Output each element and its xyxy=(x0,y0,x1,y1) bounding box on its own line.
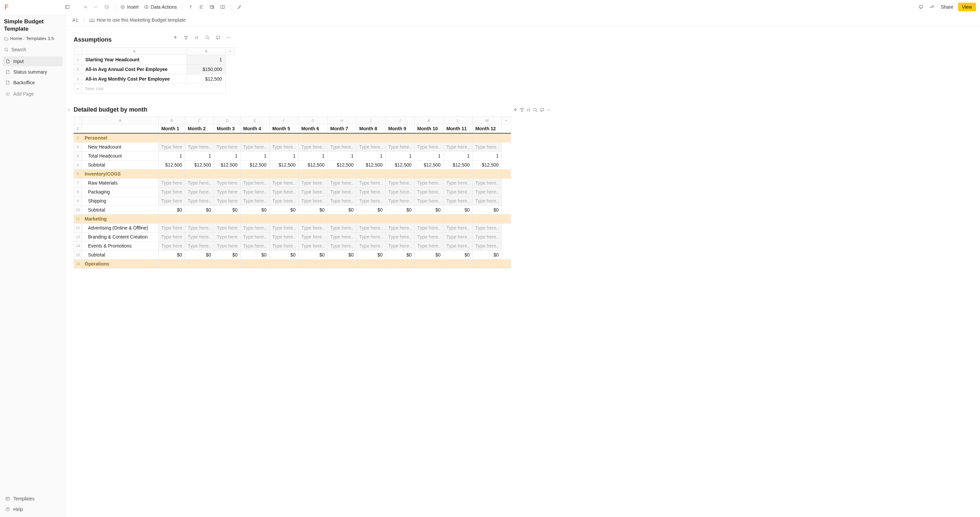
value-cell[interactable]: $12,500 xyxy=(269,160,298,170)
sparkle-icon[interactable] xyxy=(173,35,182,44)
value-cell[interactable]: 1 xyxy=(443,152,473,160)
sort-icon[interactable] xyxy=(527,108,531,112)
input-cell[interactable]: Type here.. xyxy=(356,233,385,241)
value-cell[interactable]: $0 xyxy=(385,206,414,214)
section-cell[interactable] xyxy=(214,170,240,179)
value-cell[interactable]: $0 xyxy=(240,251,269,260)
format-cell-icon[interactable] xyxy=(207,2,217,12)
trend-icon[interactable] xyxy=(927,2,936,12)
row-number[interactable]: 3 xyxy=(74,74,82,84)
input-cell[interactable]: Type here xyxy=(214,179,240,187)
section-cell[interactable] xyxy=(327,170,356,179)
filter-icon[interactable] xyxy=(520,108,524,112)
input-cell[interactable]: Type here xyxy=(214,187,240,197)
month-header[interactable]: Month 4 xyxy=(240,124,269,133)
month-header[interactable]: Month 1 xyxy=(159,124,185,133)
month-header[interactable]: Month 5 xyxy=(269,124,298,133)
value-cell[interactable]: $0 xyxy=(443,206,473,214)
value-cell[interactable]: $12,500 xyxy=(240,160,269,170)
layout-icon[interactable] xyxy=(218,2,228,12)
input-cell[interactable]: Type here xyxy=(159,179,185,187)
more-icon[interactable] xyxy=(226,35,235,44)
row-number[interactable]: 2 xyxy=(74,65,82,74)
value-cell[interactable]: $0 xyxy=(356,251,385,260)
footer-templates[interactable]: Templates xyxy=(3,494,63,504)
input-cell[interactable]: Type here.. xyxy=(298,179,327,187)
section-label[interactable]: Personnel xyxy=(82,133,159,143)
value-cell[interactable]: $0 xyxy=(356,206,385,214)
input-cell[interactable]: Type here.. xyxy=(327,187,356,197)
input-cell[interactable]: Type here xyxy=(159,187,185,197)
input-cell[interactable]: Type here xyxy=(214,241,240,251)
input-cell[interactable]: Type here.. xyxy=(327,197,356,206)
section-cell[interactable] xyxy=(356,260,385,268)
section-label[interactable]: Operations xyxy=(82,260,159,268)
section-cell[interactable] xyxy=(159,170,185,179)
input-cell[interactable]: Type here xyxy=(214,197,240,206)
col-header-h[interactable]: H xyxy=(327,117,356,124)
section-label[interactable]: Marketing xyxy=(82,214,159,224)
input-cell[interactable]: Type here.. xyxy=(385,197,414,206)
input-cell[interactable]: Type here.. xyxy=(385,143,414,152)
nav-item-input[interactable]: Input xyxy=(3,56,63,66)
row-number[interactable]: 13 xyxy=(74,233,82,241)
value-cell[interactable]: $12,500 xyxy=(473,160,501,170)
value-cell[interactable]: $0 xyxy=(185,251,214,260)
view-button[interactable]: View xyxy=(958,3,976,11)
value-cell[interactable]: $0 xyxy=(473,206,501,214)
value-cell[interactable]: $0 xyxy=(159,206,185,214)
section-cell[interactable] xyxy=(414,133,443,143)
input-cell[interactable]: Type here xyxy=(159,224,185,233)
input-cell[interactable]: Type here.. xyxy=(185,179,214,187)
section-cell[interactable] xyxy=(473,170,501,179)
more-icon[interactable] xyxy=(546,108,551,112)
row-label[interactable]: Total Headcount xyxy=(82,152,159,160)
section-cell[interactable] xyxy=(240,260,269,268)
input-cell[interactable]: Type here.. xyxy=(185,241,214,251)
col-header-a[interactable]: A xyxy=(82,117,159,124)
cell-reference[interactable]: A1 xyxy=(72,17,78,23)
row-label[interactable]: Shipping xyxy=(82,197,159,206)
corner-cell[interactable] xyxy=(74,117,82,124)
input-cell[interactable]: Type here.. xyxy=(298,241,327,251)
input-cell[interactable]: Type here.. xyxy=(443,241,473,251)
input-cell[interactable]: Type here.. xyxy=(443,187,473,197)
input-cell[interactable]: Type here.. xyxy=(240,197,269,206)
col-header-e[interactable]: E xyxy=(240,117,269,124)
value-cell[interactable]: $0 xyxy=(185,206,214,214)
row-label[interactable]: Subtotal xyxy=(82,160,159,170)
cell-label[interactable]: All-in Avg Annual Cost Per Employee xyxy=(82,65,187,74)
input-cell[interactable]: Type here.. xyxy=(185,197,214,206)
cell-label[interactable]: All-in Avg Monthly Cost Per Employee xyxy=(82,74,187,84)
filter-icon[interactable] xyxy=(184,35,192,44)
input-cell[interactable]: Type here.. xyxy=(385,241,414,251)
nav-item-status-summary[interactable]: Status summary xyxy=(3,67,63,77)
drag-handle-icon[interactable] xyxy=(66,107,71,113)
section-cell[interactable] xyxy=(385,170,414,179)
section-cell[interactable] xyxy=(269,170,298,179)
month-header[interactable]: Month 8 xyxy=(356,124,385,133)
cell-description[interactable]: 📖 How to use this Marketing Budget templ… xyxy=(89,17,186,23)
input-cell[interactable]: Type here xyxy=(159,197,185,206)
month-header[interactable]: Month 9 xyxy=(385,124,414,133)
row-label[interactable]: Subtotal xyxy=(82,206,159,214)
align-icon[interactable] xyxy=(197,2,206,12)
row-number[interactable]: 15 xyxy=(74,251,82,260)
value-cell[interactable]: $12,500 xyxy=(443,160,473,170)
col-header-c[interactable]: C xyxy=(185,117,214,124)
input-cell[interactable]: Type here.. xyxy=(298,143,327,152)
value-cell[interactable]: $0 xyxy=(214,251,240,260)
input-cell[interactable]: Type here.. xyxy=(443,224,473,233)
cell-label[interactable]: Starting Year Headcount xyxy=(82,55,187,65)
row-label[interactable]: Subtotal xyxy=(82,251,159,260)
value-cell[interactable]: $0 xyxy=(414,206,443,214)
value-cell[interactable]: $12,500 xyxy=(214,160,240,170)
section-cell[interactable] xyxy=(269,214,298,224)
input-cell[interactable]: Type here.. xyxy=(414,241,443,251)
comment-table-icon[interactable] xyxy=(540,108,544,112)
input-cell[interactable]: Type here.. xyxy=(385,233,414,241)
value-cell[interactable]: 1 xyxy=(159,152,185,160)
input-cell[interactable]: Type here.. xyxy=(385,224,414,233)
section-cell[interactable] xyxy=(240,214,269,224)
section-cell[interactable] xyxy=(185,133,214,143)
